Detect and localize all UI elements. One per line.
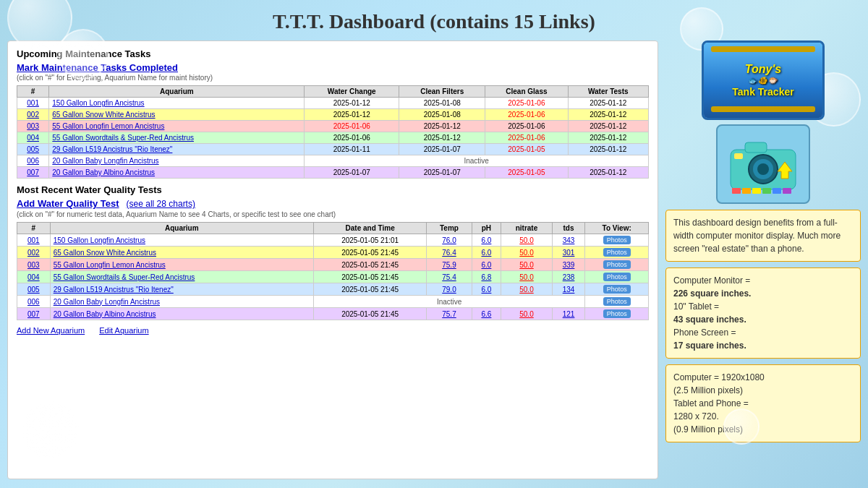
maint-row-clean-filters: 2025-01-08 — [399, 98, 485, 109]
maint-col-filters: Clean Filters — [399, 86, 485, 98]
maint-row-clean-filters: 2025-01-12 — [399, 132, 485, 144]
svg-rect-7 — [742, 188, 751, 194]
wq-row-temp[interactable]: 75.4 — [427, 271, 472, 283]
wq-row-num[interactable]: 001 — [17, 234, 51, 247]
water-quality-table: # Aquarium Date and Time Temp pH nitrate… — [17, 222, 649, 320]
water-quality-sub-label: (click on "#" for numeric test data, Aqu… — [17, 210, 649, 218]
maint-row-water-tests: 2025-01-12 — [568, 109, 648, 121]
photos-button[interactable]: Photos — [603, 309, 631, 318]
photos-button[interactable]: Photos — [603, 297, 631, 306]
maint-row-num[interactable]: 007 — [17, 167, 49, 179]
wq-row-aquarium[interactable]: 29 Gallon L519 Ancistrus "Rio Itenez" — [50, 283, 313, 296]
wq-row-ph[interactable]: 6.0 — [472, 259, 501, 271]
wq-row-nitrate[interactable]: 50.0 — [501, 308, 552, 320]
maint-row-water-change: 2025-01-11 — [305, 144, 399, 155]
wq-row-photos[interactable]: Photos — [585, 283, 649, 296]
wq-row-nitrate[interactable]: 50.0 — [501, 271, 552, 283]
info-box-3: Computer = 1920x1080 (2.5 Million pixels… — [665, 364, 861, 442]
wq-row-inactive: Inactive — [313, 296, 585, 308]
wq-row-photos[interactable]: Photos — [585, 259, 649, 271]
wq-row-temp[interactable]: 79.0 — [427, 283, 472, 296]
bubble-decoration-3 — [22, 401, 80, 459]
svg-rect-10 — [773, 188, 781, 194]
maint-row-water-change: 2025-01-06 — [305, 132, 399, 144]
wq-row-tds[interactable]: 238 — [552, 271, 585, 283]
photos-button[interactable]: Photos — [603, 236, 631, 244]
wq-row-aquarium[interactable]: 55 Gallon Swordtails & Super-Red Ancistr… — [50, 271, 313, 283]
wq-row-num[interactable]: 004 — [17, 271, 51, 283]
wq-row-ph[interactable]: 6.0 — [472, 247, 501, 259]
wq-row-num[interactable]: 005 — [17, 283, 51, 296]
photos-button[interactable]: Photos — [603, 273, 631, 281]
wq-row-aquarium[interactable]: 20 Gallon Baby Albino Ancistrus — [50, 308, 313, 320]
maint-row-num[interactable]: 001 — [17, 98, 49, 109]
wq-row-tds[interactable]: 121 — [552, 308, 585, 320]
wq-row-tds[interactable]: 134 — [552, 283, 585, 296]
wq-row-photos[interactable]: Photos — [585, 308, 649, 320]
wq-row-aquarium[interactable]: 150 Gallon Longfin Ancistrus — [50, 234, 313, 247]
maint-row-num[interactable]: 003 — [17, 121, 49, 132]
wq-row-num[interactable]: 006 — [17, 296, 51, 308]
wq-row-num[interactable]: 003 — [17, 259, 51, 271]
maint-row-num[interactable]: 005 — [17, 144, 49, 155]
svg-rect-6 — [732, 188, 741, 194]
maint-row-aquarium[interactable]: 55 Gallon Longfin Lemon Ancistrus — [49, 121, 305, 132]
wq-row-temp[interactable]: 76.4 — [427, 247, 472, 259]
edit-aquarium-link[interactable]: Edit Aquarium — [99, 326, 148, 335]
wq-row-photos[interactable]: Photos — [585, 271, 649, 283]
wq-row-tds[interactable]: 339 — [552, 259, 585, 271]
wq-row-photos[interactable]: Photos — [585, 247, 649, 259]
add-water-test-link[interactable]: Add Water Quality Test — [17, 198, 119, 209]
wq-row-aquarium[interactable]: 65 Gallon Snow White Ancistrus — [50, 247, 313, 259]
wq-row-datetime: 2025-01-05 21:45 — [313, 308, 427, 320]
photos-button[interactable]: Photos — [603, 248, 631, 257]
maint-row-aquarium[interactable]: 29 Gallon L519 Ancistrus "Rio Itenez" — [49, 144, 305, 155]
info-box-2-line1: Computer Monitor = — [673, 275, 750, 286]
wq-row-temp[interactable]: 75.9 — [427, 259, 472, 271]
wq-row-ph[interactable]: 6.6 — [472, 308, 501, 320]
svg-rect-8 — [752, 188, 761, 194]
wq-col-nitrate: nitrate — [501, 223, 552, 234]
wq-row-nitrate[interactable]: 50.0 — [501, 234, 552, 247]
wq-row-nitrate[interactable]: 50.0 — [501, 283, 552, 296]
maint-row-clean-glass: 2025-01-06 — [485, 132, 568, 144]
wq-row-ph[interactable]: 6.8 — [472, 271, 501, 283]
info-box-2: Computer Monitor = 226 square inches. 10… — [665, 267, 861, 359]
maint-row-num[interactable]: 002 — [17, 109, 49, 121]
see-all-charts-link[interactable]: (see all 28 charts) — [127, 199, 195, 209]
bubble-decoration-2 — [58, 29, 109, 80]
maint-row-aquarium[interactable]: 65 Gallon Snow White Ancistrus — [49, 109, 305, 121]
maint-row-water-change: 2025-01-07 — [305, 167, 399, 179]
wq-row-photos[interactable]: Photos — [585, 234, 649, 247]
maint-row-num[interactable]: 004 — [17, 132, 49, 144]
wq-row-tds[interactable]: 301 — [552, 247, 585, 259]
maint-row-aquarium[interactable]: 20 Gallon Baby Longfin Ancistrus — [49, 155, 305, 167]
add-aquarium-link[interactable]: Add New Aquarium — [17, 326, 85, 335]
wq-row-num[interactable]: 007 — [17, 308, 51, 320]
wq-row-aquarium[interactable]: 20 Gallon Baby Longfin Ancistrus — [50, 296, 313, 308]
maint-col-aquarium: Aquarium — [49, 86, 305, 98]
info-box-1: This dashboard design benefits from a fu… — [665, 210, 861, 262]
info-box-2-line2: 226 square inches. — [673, 288, 751, 299]
wq-row-photos[interactable]: Photos — [585, 296, 649, 308]
wq-row-num[interactable]: 002 — [17, 247, 51, 259]
photos-button[interactable]: Photos — [603, 260, 631, 269]
wq-row-nitrate[interactable]: 50.0 — [501, 247, 552, 259]
wq-row-aquarium[interactable]: 55 Gallon Longfin Lemon Ancistrus — [50, 259, 313, 271]
maint-row-num[interactable]: 006 — [17, 155, 49, 167]
wq-row-temp[interactable]: 75.7 — [427, 308, 472, 320]
maint-row-aquarium[interactable]: 20 Gallon Baby Albino Ancistrus — [49, 167, 305, 179]
maint-row-aquarium[interactable]: 55 Gallon Swordtails & Super-Red Ancistr… — [49, 132, 305, 144]
wq-row-ph[interactable]: 6.0 — [472, 234, 501, 247]
wq-row-nitrate[interactable]: 50.0 — [501, 259, 552, 271]
info-box-3-line3: Tablet and Phone = — [673, 398, 749, 408]
info-box-2-line3: 10" Tablet = — [673, 301, 719, 312]
maint-col-water: Water Change — [305, 86, 399, 98]
camera-svg — [723, 132, 803, 197]
wq-row-tds[interactable]: 343 — [552, 234, 585, 247]
photos-button[interactable]: Photos — [603, 285, 631, 294]
maint-row-aquarium[interactable]: 150 Gallon Longfin Ancistrus — [49, 98, 305, 109]
wq-row-ph[interactable]: 6.0 — [472, 283, 501, 296]
wq-row-temp[interactable]: 76.0 — [427, 234, 472, 247]
maint-row-clean-filters: 2025-01-07 — [399, 144, 485, 155]
